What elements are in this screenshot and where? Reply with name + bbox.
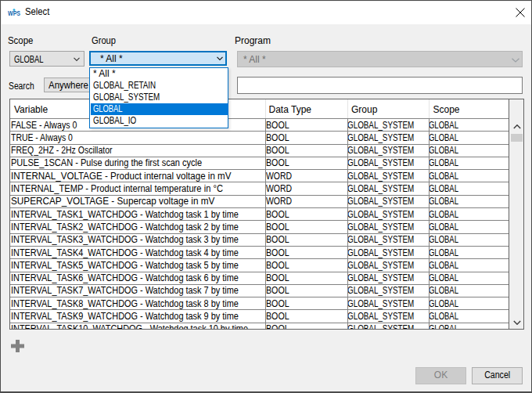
svg-text:WPS: WPS <box>8 9 20 16</box>
